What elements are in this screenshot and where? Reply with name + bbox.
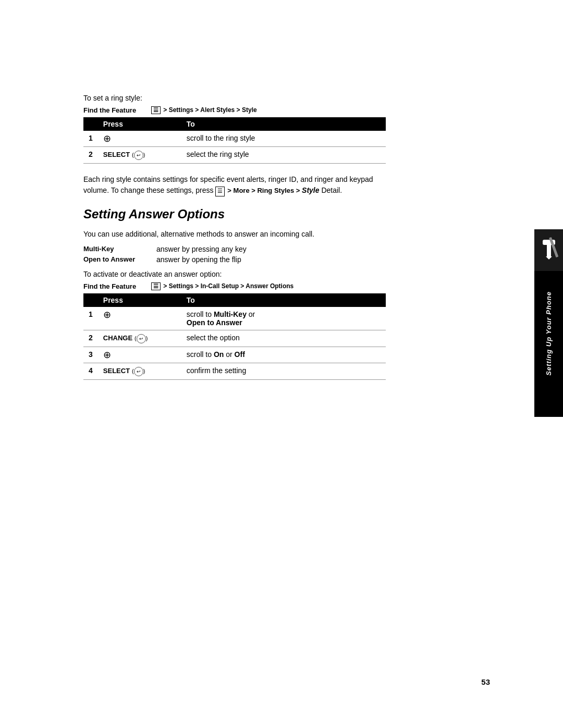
- ring-style-para: Each ring style contains settings for sp…: [83, 174, 386, 196]
- sidebar-tab: Setting Up Your Phone: [534, 250, 563, 417]
- menu-icon-1: ☰: [151, 106, 161, 114]
- step-to: scroll to On or Off: [181, 347, 386, 363]
- step-press: ⊕: [98, 307, 181, 330]
- feature-list: Multi-Key answer by pressing any key Ope…: [83, 245, 386, 264]
- step-num: 4: [83, 363, 98, 379]
- col-press-header-1: Press: [98, 117, 181, 131]
- step-num: 2: [83, 330, 98, 347]
- col-num-header-2: [83, 293, 98, 307]
- ring-style-intro: To set a ring style:: [83, 94, 386, 102]
- table-row: 4 SELECT (↩) confirm the setting: [83, 363, 386, 379]
- table-row: 2 SELECT (↩) select the ring style: [83, 147, 386, 164]
- feature-key: Open to Answer: [83, 255, 156, 264]
- step-num: 2: [83, 147, 98, 164]
- feature-val: answer by pressing any key: [156, 245, 247, 253]
- step-to: select the option: [181, 330, 386, 347]
- step-to: scroll to the ring style: [181, 131, 386, 147]
- col-to-header-1: To: [181, 117, 386, 131]
- step-press: SELECT (↩): [98, 363, 181, 379]
- col-press-header-2: Press: [98, 293, 181, 307]
- answer-options-table: Press To 1 ⊕ scroll to Multi-Key or Open…: [83, 293, 386, 380]
- find-feature-label-1: Find the Feature: [83, 106, 151, 114]
- step-press: SELECT (↩): [98, 147, 181, 164]
- feature-key: Multi-Key: [83, 245, 156, 253]
- table-row: 1 ⊕ scroll to Multi-Key or Open to Answe…: [83, 307, 386, 330]
- svg-marker-2: [546, 256, 552, 260]
- step-to: select the ring style: [181, 147, 386, 164]
- step-num: 3: [83, 347, 98, 363]
- step-press: ⊕: [98, 131, 181, 147]
- feature-row: Open to Answer answer by opening the fli…: [83, 255, 386, 264]
- find-feature-row-1: Find the Feature ☰ > Settings > Alert St…: [83, 106, 386, 114]
- activate-text: To activate or deactivate an answer opti…: [83, 270, 386, 278]
- table-row: 2 CHANGE (↩) select the option: [83, 330, 386, 347]
- step-num: 1: [83, 307, 98, 330]
- ring-style-table: Press To 1 ⊕ scroll to the ring style 2 …: [83, 117, 386, 164]
- select-circle-icon: ↩: [134, 151, 143, 160]
- step-press: ⊕: [98, 347, 181, 363]
- four-way-icon: ⊕: [103, 134, 111, 143]
- find-feature-row-2: Find the Feature ☰ > Settings > In-Call …: [83, 282, 386, 290]
- col-to-header-2: To: [181, 293, 386, 307]
- table-row: 1 ⊕ scroll to the ring style: [83, 131, 386, 147]
- step-to: scroll to Multi-Key or Open to Answer: [181, 307, 386, 330]
- page-content: To set a ring style: Find the Feature ☰ …: [0, 0, 448, 442]
- find-feature-label-2: Find the Feature: [83, 282, 151, 290]
- change-circle-icon: ↩: [137, 334, 146, 343]
- select-circle-icon-2: ↩: [134, 367, 143, 376]
- feature-val: answer by opening the flip: [156, 255, 241, 264]
- find-feature-path-2: ☰ > Settings > In-Call Setup > Answer Op…: [151, 282, 293, 290]
- section-title: Setting Answer Options: [83, 207, 386, 221]
- feature-row: Multi-Key answer by pressing any key: [83, 245, 386, 253]
- menu-icon-para: ☰: [215, 187, 225, 196]
- step-to: confirm the setting: [181, 363, 386, 379]
- page-number: 53: [481, 677, 490, 686]
- four-way-icon-3: ⊕: [103, 350, 111, 360]
- section2-desc: You can use additional, alternative meth…: [83, 229, 386, 240]
- menu-icon-2: ☰: [151, 282, 161, 290]
- four-way-icon-2: ⊕: [103, 310, 111, 319]
- wrench-icon: [539, 235, 559, 266]
- find-feature-path-1: ☰ > Settings > Alert Styles > Style: [151, 106, 257, 114]
- col-num-header-1: [83, 117, 98, 131]
- step-num: 1: [83, 131, 98, 147]
- step-press: CHANGE (↩): [98, 330, 181, 347]
- table-row: 3 ⊕ scroll to On or Off: [83, 347, 386, 363]
- sidebar-label: Setting Up Your Phone: [545, 291, 553, 376]
